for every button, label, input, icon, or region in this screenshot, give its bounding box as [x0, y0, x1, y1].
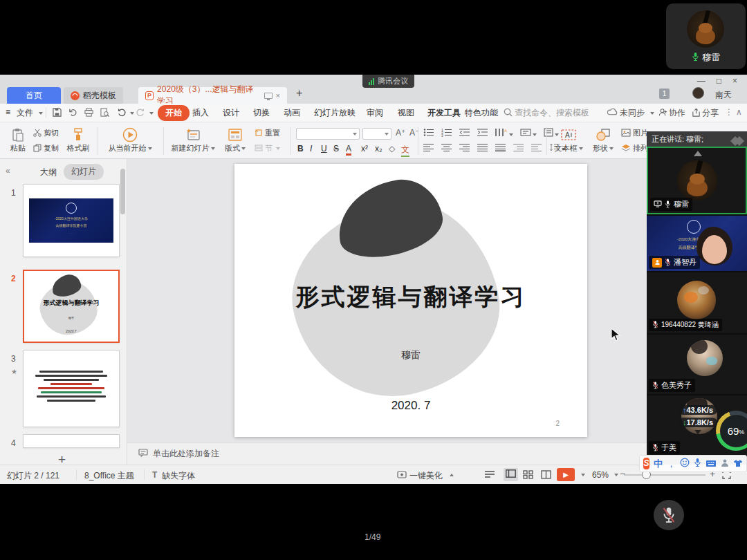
theme-name[interactable]: 8_Office 主题	[84, 470, 134, 482]
slide-title[interactable]: 形式逻辑与翻译学习	[234, 281, 587, 313]
minimize-button[interactable]: —	[697, 76, 706, 86]
share-label[interactable]: 分享	[702, 107, 719, 119]
menu-animation[interactable]: 动画	[284, 107, 300, 119]
editing-canvas[interactable]: 形式逻辑与翻译学习 穆雷 2020. 7 2	[127, 159, 647, 448]
decrease-indent-icon[interactable]	[459, 128, 470, 138]
indent-left-icon[interactable]	[513, 143, 524, 153]
cloud-sync-icon[interactable]	[607, 108, 618, 118]
close-button[interactable]: ×	[732, 76, 737, 86]
play-from-current-button[interactable]: 从当前开始	[101, 127, 159, 153]
slide-thumbnail-2[interactable]: 形式逻辑与翻译学习 穆雷 2020.7	[23, 270, 120, 343]
print-preview-icon[interactable]	[100, 108, 109, 119]
collab-icon[interactable]	[658, 108, 667, 119]
bold-button[interactable]: B	[297, 144, 304, 153]
meeting-mic-muted-button[interactable]	[654, 500, 684, 530]
layout-button[interactable]: 版式	[221, 127, 249, 153]
hamburger-icon[interactable]: ≡	[6, 107, 10, 117]
export-icon[interactable]	[68, 108, 77, 119]
font-family-select[interactable]	[296, 128, 360, 140]
ime-punct-toggle[interactable]: ，	[667, 458, 676, 470]
font-color-button[interactable]: A	[346, 144, 351, 156]
menu-features[interactable]: 特色功能	[465, 107, 498, 119]
mic-on-icon[interactable]	[692, 52, 699, 64]
columns-icon[interactable]: A	[495, 128, 513, 138]
indent-right-icon[interactable]	[531, 143, 542, 153]
menu-insert[interactable]: 插入	[192, 107, 209, 119]
user-avatar[interactable]	[692, 87, 704, 99]
reading-view-icon[interactable]	[541, 470, 551, 481]
undo-icon[interactable]	[118, 108, 127, 119]
increase-indent-icon[interactable]	[477, 128, 488, 138]
distribute-icon[interactable]	[495, 143, 506, 153]
menu-design[interactable]: 设计	[223, 107, 239, 119]
bullets-icon[interactable]	[423, 128, 434, 138]
section-button[interactable]: 节	[255, 143, 280, 153]
justify-icon[interactable]	[477, 143, 488, 153]
strikethrough-button[interactable]: S	[333, 144, 339, 153]
slideshow-play-button[interactable]: ▶	[557, 468, 575, 481]
numbering-icon[interactable]: 123	[441, 128, 452, 138]
zoom-slider-track[interactable]	[624, 474, 706, 476]
maximize-button[interactable]: □	[717, 76, 721, 86]
slide-thumbnail-1[interactable]: -2020大连外国语大学 高级翻译学院夏令营 · · ·	[23, 184, 120, 257]
menu-start[interactable]: 开始	[158, 105, 190, 121]
slide-author[interactable]: 穆雷	[234, 349, 587, 362]
meeting-share-banner[interactable]: 腾讯会议	[362, 75, 414, 88]
redo-icon[interactable]	[136, 108, 145, 119]
print-icon[interactable]	[84, 108, 93, 119]
align-left-icon[interactable]	[423, 143, 434, 153]
italic-button[interactable]: I	[310, 144, 312, 153]
paste-button[interactable]: 粘贴	[6, 127, 30, 153]
video-tile-semeixiuzi[interactable]: 色美秀子	[647, 335, 747, 394]
soft-keyboard-icon[interactable]	[706, 458, 717, 470]
floating-video-tile[interactable]: 穆雷	[666, 3, 746, 69]
share-icon[interactable]	[692, 108, 701, 119]
notes-toggle-icon[interactable]	[484, 470, 495, 481]
scroll-up-icon[interactable]	[694, 151, 702, 156]
account-icon[interactable]	[721, 458, 729, 470]
undo-caret-icon[interactable]	[130, 112, 134, 115]
skin-icon[interactable]	[733, 458, 743, 470]
ime-mode-toggle[interactable]: 中	[654, 458, 663, 470]
zoom-level[interactable]: 65%	[592, 470, 609, 480]
notification-badge[interactable]: 1	[659, 88, 670, 99]
new-tab-button[interactable]: +	[296, 87, 302, 100]
cut-button[interactable]: 剪切	[33, 128, 59, 138]
align-right-icon[interactable]	[459, 143, 470, 153]
new-slide-button[interactable]: 新建幻灯片	[169, 127, 217, 153]
play-caret-icon[interactable]	[581, 474, 585, 476]
video-tile-panzhidan[interactable]: -2020大连外国语大学 高级翻译学院夏令营 潘智丹	[647, 216, 747, 271]
menu-view[interactable]: 视图	[398, 107, 414, 119]
video-tile-yumei[interactable]: ↑43.6K/s ↓17.8K/s 69% 于美	[647, 395, 747, 456]
menu-review[interactable]: 审阅	[367, 107, 383, 119]
underline-button[interactable]: U	[321, 144, 327, 153]
align-center-icon[interactable]	[441, 143, 452, 153]
normal-view-icon[interactable]	[504, 468, 518, 481]
beautify-label[interactable]: 一键美化	[409, 470, 443, 482]
tab-home[interactable]: 首页	[7, 87, 61, 104]
tab-slides[interactable]: 幻灯片	[64, 164, 104, 180]
menu-transition[interactable]: 切换	[253, 107, 270, 119]
menu-slideshow[interactable]: 幻灯片放映	[314, 107, 356, 119]
shapes-button[interactable]: 形状	[589, 127, 617, 153]
emoji-icon[interactable]	[680, 458, 690, 470]
more-menu-icon[interactable]: ⋮	[725, 107, 733, 117]
sidebar-scrollbar[interactable]	[120, 169, 125, 214]
quickbar-caret-icon[interactable]	[149, 112, 154, 115]
collapse-ribbon-icon[interactable]: ∧	[736, 107, 742, 117]
collab-label[interactable]: 协作	[669, 107, 685, 119]
superscript-button[interactable]: x²	[361, 144, 368, 153]
collapse-sidebar-icon[interactable]: «	[6, 166, 10, 176]
search-input[interactable]: 查找命令、搜索模板	[515, 107, 589, 119]
current-slide[interactable]: 形式逻辑与翻译学习 穆雷 2020. 7 2	[234, 164, 587, 437]
missing-font-label[interactable]: 缺失字体	[162, 470, 195, 482]
slide-sorter-icon[interactable]	[523, 470, 533, 481]
subscript-button[interactable]: x₂	[375, 144, 382, 153]
slide-date[interactable]: 2020. 7	[234, 399, 587, 413]
save-icon[interactable]	[53, 108, 62, 119]
tab-outline[interactable]: 大纲	[40, 167, 57, 178]
tab-close-icon[interactable]: ×	[276, 91, 280, 100]
voice-input-icon[interactable]	[694, 458, 701, 470]
video-tile-mulei[interactable]: 穆雷	[647, 147, 747, 214]
phonetic-guide-icon[interactable]: 文	[401, 144, 409, 157]
